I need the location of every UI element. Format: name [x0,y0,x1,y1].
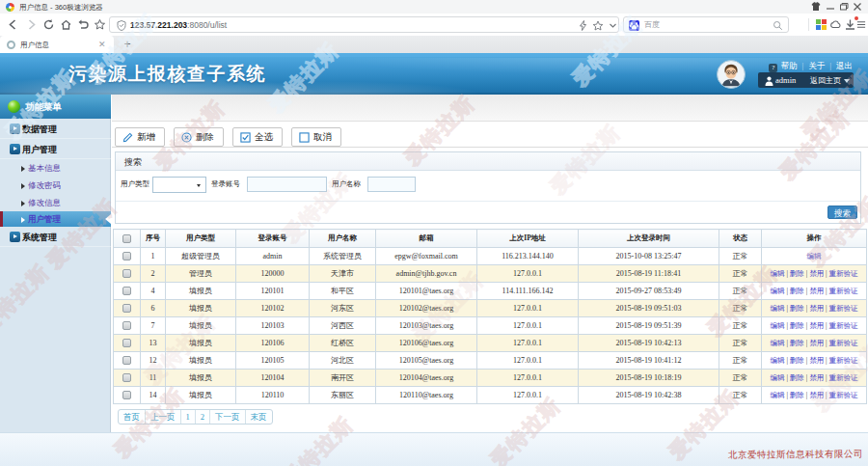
address-bar[interactable]: 123.57.221.203:8080/u/list [109,16,619,33]
home-icon[interactable] [60,18,72,31]
search-button[interactable]: 搜索 [827,206,857,219]
search-icon[interactable] [773,20,783,31]
op-link-编辑[interactable]: 编辑 [771,269,785,278]
page-button-1[interactable]: 1 [181,410,196,424]
page-button-上一页[interactable]: 上一页 [146,410,181,424]
tab-close-icon[interactable]: ✕ [98,38,106,51]
row-checkbox[interactable] [122,391,131,399]
page-button-2[interactable]: 2 [196,410,210,424]
op-link-删除[interactable]: 删除 [790,321,804,330]
cloud-icon[interactable] [829,18,842,31]
refresh-icon[interactable] [42,18,55,31]
cell-ip: 127.0.0.1 [477,300,579,317]
page-button-下一页[interactable]: 下一页 [210,410,246,424]
tab-user-info[interactable]: 用户信息 ✕ [0,36,114,53]
sidebar-item-用户管理[interactable]: 用户管理 [0,139,111,159]
account-input[interactable] [247,177,327,192]
back-icon[interactable] [7,18,19,31]
op-link-禁用[interactable]: 禁用 [809,321,824,330]
op-link-重新验证[interactable]: 重新验证 [828,339,857,347]
header-checkbox[interactable] [122,234,131,243]
add-button[interactable]: 新增 [115,127,165,147]
op-link-删除[interactable]: 删除 [790,356,804,365]
op-link-删除[interactable]: 删除 [790,391,804,399]
user-type-select[interactable] [152,177,206,193]
sidebar-item-系统管理[interactable]: 系统管理 [0,227,111,247]
op-link-重新验证[interactable]: 重新验证 [828,269,857,278]
row-checkbox[interactable] [122,304,131,313]
lightning-icon[interactable] [579,20,587,31]
cell-time: 2015-09-27 08:53:49 [579,283,719,300]
cell-ops: 编辑 | 删除 | 禁用 | 重新验证 [762,317,867,335]
maximize-icon[interactable] [839,2,849,12]
help-link[interactable]: 帮助 [780,61,797,70]
op-link-禁用[interactable]: 禁用 [809,304,824,313]
baidu-search-box[interactable]: 百度 [623,16,789,33]
sidebar-item-用户管理[interactable]: 用户管理 [0,211,111,227]
row-checkbox[interactable] [122,373,131,382]
name-input[interactable] [367,177,416,192]
page-button-末页[interactable]: 末页 [246,410,272,424]
apps-grid-icon[interactable] [815,18,827,31]
menu-icon[interactable] [856,18,866,31]
op-link-编辑[interactable]: 编辑 [771,339,785,347]
op-link-删除[interactable]: 删除 [790,373,804,382]
cell-time: 2015-08-19 09:51:03 [579,300,719,317]
close-icon[interactable] [853,2,862,12]
home-link[interactable]: 返回主页 [810,72,841,88]
op-link-禁用[interactable]: 禁用 [809,287,824,295]
op-link-重新验证[interactable]: 重新验证 [828,391,857,399]
logout-link[interactable]: 退出 [836,61,853,70]
row-checkbox[interactable] [122,321,131,330]
op-link-删除[interactable]: 删除 [790,339,804,347]
row-checkbox[interactable] [122,252,131,260]
sidebar-item-修改信息[interactable]: 修改信息 [0,194,111,211]
cell-time: 2015-08-19 10:41:12 [579,352,719,370]
op-link-删除[interactable]: 删除 [790,287,804,295]
row-checkbox[interactable] [122,269,131,278]
forward-icon[interactable] [25,18,38,31]
op-link-重新验证[interactable]: 重新验证 [828,373,857,382]
sidebar-item-基本信息[interactable]: 基本信息 [0,159,111,177]
op-link-重新验证[interactable]: 重新验证 [828,321,857,330]
select-all-button[interactable]: 全选 [232,127,283,147]
op-link-编辑[interactable]: 编辑 [771,373,785,382]
sidebar-item-修改密码[interactable]: 修改密码 [0,177,111,194]
op-link-重新验证[interactable]: 重新验证 [828,356,857,365]
admin-bar[interactable]: admin 返回主页 [758,72,854,88]
favorite-star-icon[interactable] [592,20,604,32]
download-icon[interactable] [844,18,856,31]
op-link-禁用[interactable]: 禁用 [809,356,824,365]
op-link-禁用[interactable]: 禁用 [809,269,824,278]
op-link-编辑[interactable]: 编辑 [771,391,785,399]
op-link-禁用[interactable]: 禁用 [809,373,824,382]
row-checkbox[interactable] [122,339,131,347]
op-link-重新验证[interactable]: 重新验证 [828,304,857,313]
op-link-编辑[interactable]: 编辑 [771,356,785,365]
about-link[interactable]: 关于 [808,61,825,70]
bookmark-star-icon[interactable] [94,18,106,31]
op-link-重新验证[interactable]: 重新验证 [828,287,857,295]
new-tab-button[interactable]: + [120,37,135,52]
row-checkbox[interactable] [122,356,131,365]
page-button-首页[interactable]: 首页 [119,410,146,424]
sidebar-item-数据管理[interactable]: 数据管理 [0,119,111,139]
op-link-删除[interactable]: 删除 [790,304,804,313]
op-link-编辑[interactable]: 编辑 [771,321,785,330]
op-link-禁用[interactable]: 禁用 [809,391,824,399]
undo-icon[interactable] [77,18,90,31]
op-link-删除[interactable]: 删除 [790,269,804,278]
minimize-icon[interactable] [826,2,835,12]
theme-icon[interactable] [811,2,821,12]
avatar[interactable] [717,60,746,89]
url-dropdown-icon[interactable] [609,22,617,29]
chevron-down-icon[interactable] [844,79,850,83]
row-checkbox[interactable] [122,287,131,295]
op-link-禁用[interactable]: 禁用 [809,339,824,347]
delete-button[interactable]: 删除 [174,127,224,147]
op-link-编辑[interactable]: 编辑 [771,287,785,295]
cell-no: 12 [141,352,166,370]
cancel-button[interactable]: 取消 [291,127,341,147]
op-link-编辑[interactable]: 编辑 [807,252,822,260]
op-link-编辑[interactable]: 编辑 [771,304,785,313]
